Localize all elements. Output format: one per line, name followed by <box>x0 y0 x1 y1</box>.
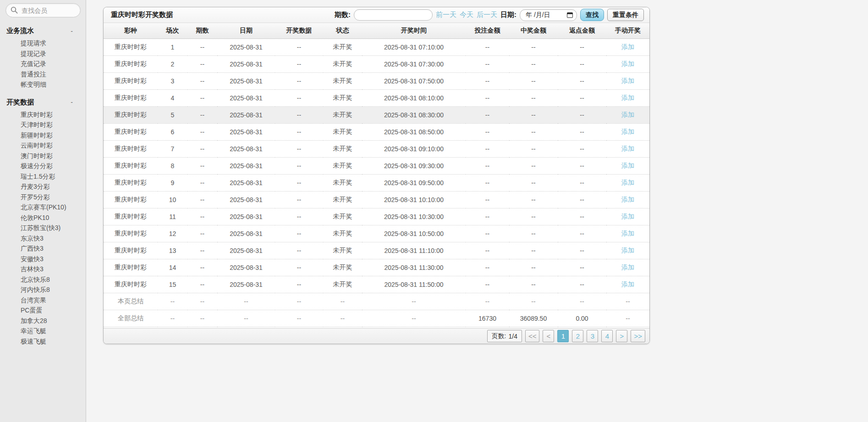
table-row: 重庆时时彩4--2025-08-31--未开奖2025-08-31 08:10:… <box>104 90 649 107</box>
column-header: 手动开奖 <box>606 23 649 39</box>
table-row: 重庆时时彩6--2025-08-31--未开奖2025-08-31 08:50:… <box>104 124 649 141</box>
sidebar-item[interactable]: 北京赛车(PK10) <box>0 202 86 213</box>
last-page-button[interactable]: >> <box>631 330 645 342</box>
sidebar-section-label: 业务流水 <box>6 27 34 35</box>
sidebar-item[interactable]: 瑞士1.5分彩 <box>0 171 86 182</box>
search-icon <box>11 6 18 14</box>
table-row: 重庆时时彩2--2025-08-31--未开奖2025-08-31 07:30:… <box>104 56 649 73</box>
sidebar-section-title[interactable]: 业务流水- <box>0 24 86 38</box>
table-row: 重庆时时彩10--2025-08-31--未开奖2025-08-31 10:10… <box>104 192 649 208</box>
sidebar-item[interactable]: 云南时时彩 <box>0 140 86 151</box>
page-button-4[interactable]: 4 <box>601 330 613 342</box>
today-link[interactable]: 今天 <box>460 11 473 19</box>
add-draw-link[interactable]: 添加 <box>621 280 634 288</box>
table-row: 重庆时时彩1--2025-08-31--未开奖2025-08-31 07:10:… <box>104 39 649 56</box>
prev-page-button[interactable]: < <box>543 330 554 342</box>
sidebar-item[interactable]: 丹麦3分彩 <box>0 181 86 192</box>
add-draw-link[interactable]: 添加 <box>621 179 634 186</box>
sidebar-item[interactable]: 幸运飞艇 <box>0 326 86 336</box>
total-summary-row: 全部总结------------1673036089.500.00-- <box>104 310 649 327</box>
sidebar-item[interactable]: 澳门时时彩 <box>0 151 86 161</box>
table-row: 重庆时时彩14--2025-08-31--未开奖2025-08-31 11:30… <box>104 259 649 276</box>
column-header: 日期 <box>217 23 275 39</box>
panel-header: 重庆时时彩开奖数据 期数: 前一天 今天 后一天 日期: 年 /月/日 查找 重… <box>104 7 649 22</box>
sidebar-section-title[interactable]: 开奖数据- <box>0 95 86 110</box>
sidebar-item[interactable]: 加拿大28 <box>0 316 86 326</box>
sidebar-item[interactable]: 台湾宾果 <box>0 295 86 306</box>
draw-table-wrap: 彩种场次期数日期开奖数据状态开奖时间投注金额中奖金额返点金额手动开奖 重庆时时彩… <box>104 22 649 328</box>
add-draw-link[interactable]: 添加 <box>621 263 634 271</box>
next-page-button[interactable]: > <box>616 330 627 342</box>
sidebar-item[interactable]: 广西快3 <box>0 243 86 254</box>
date-placeholder: 年 /月/日 <box>526 11 567 19</box>
draw-table: 彩种场次期数日期开奖数据状态开奖时间投注金额中奖金额返点金额手动开奖 重庆时时彩… <box>104 22 649 327</box>
sidebar-item[interactable]: 安徽快3 <box>0 254 86 264</box>
next-day-link[interactable]: 后一天 <box>477 11 497 19</box>
sidebar-item[interactable]: 极速分分彩 <box>0 161 86 171</box>
period-input[interactable] <box>354 9 433 21</box>
first-page-button[interactable]: << <box>525 330 540 342</box>
sidebar-item[interactable]: 东京快3 <box>0 233 86 244</box>
calendar-icon[interactable] <box>567 12 573 18</box>
sidebar-item[interactable]: 北京快乐8 <box>0 274 86 285</box>
sidebar-item[interactable]: 提现请求 <box>0 38 86 49</box>
prev-day-link[interactable]: 前一天 <box>436 11 456 19</box>
period-label: 期数: <box>335 11 351 19</box>
add-draw-link[interactable]: 添加 <box>621 60 634 67</box>
sidebar-item[interactable]: 河内快乐8 <box>0 285 86 295</box>
page-button-1[interactable]: 1 <box>557 330 569 342</box>
sidebar-item[interactable]: 提现记录 <box>0 49 86 59</box>
table-row: 重庆时时彩11--2025-08-31--未开奖2025-08-31 10:30… <box>104 208 649 225</box>
column-header: 开奖数据 <box>275 23 323 39</box>
column-header: 投注金额 <box>466 23 509 39</box>
page-title: 重庆时时彩开奖数据 <box>111 11 173 19</box>
sidebar: 业务流水-提现请求提现记录充值记录普通投注帐变明细开奖数据-重庆时时彩天津时时彩… <box>0 0 86 422</box>
add-draw-link[interactable]: 添加 <box>621 128 634 135</box>
table-row: 重庆时时彩15--2025-08-31--未开奖2025-08-31 11:50… <box>104 276 649 293</box>
collapse-icon[interactable]: - <box>71 99 73 106</box>
member-search <box>5 3 80 17</box>
sidebar-item[interactable]: 江苏骰宝(快3) <box>0 223 86 233</box>
collapse-icon[interactable]: - <box>71 27 73 35</box>
sidebar-item[interactable]: 天津时时彩 <box>0 120 86 130</box>
reset-conditions-button[interactable]: 重置条件 <box>607 9 644 21</box>
add-draw-link[interactable]: 添加 <box>621 111 634 118</box>
column-header: 返点金额 <box>558 23 606 39</box>
pagination-buttons: <<<1234>>> <box>525 330 645 342</box>
search-button[interactable]: 查找 <box>580 9 604 21</box>
pagination-bar: 页数: 1/4 <<<1234>>> <box>104 328 649 344</box>
sidebar-item[interactable]: 重庆时时彩 <box>0 110 86 120</box>
column-header: 期数 <box>187 23 217 39</box>
add-draw-link[interactable]: 添加 <box>621 43 634 50</box>
add-draw-link[interactable]: 添加 <box>621 213 634 220</box>
column-header: 中奖金额 <box>509 23 558 39</box>
column-header: 开奖时间 <box>362 23 466 39</box>
sidebar-item[interactable]: 吉林快3 <box>0 264 86 274</box>
add-draw-link[interactable]: 添加 <box>621 196 634 203</box>
page-button-3[interactable]: 3 <box>587 330 598 342</box>
page-button-2[interactable]: 2 <box>572 330 583 342</box>
sidebar-item[interactable]: 开罗5分彩 <box>0 192 86 203</box>
sidebar-section-label: 开奖数据 <box>6 98 34 107</box>
table-row: 重庆时时彩7--2025-08-31--未开奖2025-08-31 09:10:… <box>104 141 649 158</box>
table-header-row: 彩种场次期数日期开奖数据状态开奖时间投注金额中奖金额返点金额手动开奖 <box>104 23 649 39</box>
sidebar-item[interactable]: 普通投注 <box>0 69 86 80</box>
column-header: 彩种 <box>104 23 158 39</box>
sidebar-item[interactable]: 新疆时时彩 <box>0 130 86 141</box>
table-row: 重庆时时彩8--2025-08-31--未开奖2025-08-31 09:30:… <box>104 158 649 175</box>
date-input[interactable]: 年 /月/日 <box>520 9 577 21</box>
add-draw-link[interactable]: 添加 <box>621 94 634 101</box>
add-draw-link[interactable]: 添加 <box>621 247 634 254</box>
sidebar-item[interactable]: PC蛋蛋 <box>0 305 86 316</box>
sidebar-item[interactable]: 极速飞艇 <box>0 336 86 347</box>
add-draw-link[interactable]: 添加 <box>621 145 634 152</box>
date-label: 日期: <box>500 11 516 19</box>
sidebar-item[interactable]: 伦敦PK10 <box>0 213 86 223</box>
sidebar-item[interactable]: 帐变明细 <box>0 79 86 90</box>
page-count-label: 页数: <box>492 332 506 340</box>
add-draw-link[interactable]: 添加 <box>621 230 634 237</box>
sidebar-item[interactable]: 充值记录 <box>0 59 86 69</box>
table-row: 重庆时时彩5--2025-08-31--未开奖2025-08-31 08:30:… <box>104 107 649 124</box>
add-draw-link[interactable]: 添加 <box>621 162 634 169</box>
add-draw-link[interactable]: 添加 <box>621 77 634 84</box>
